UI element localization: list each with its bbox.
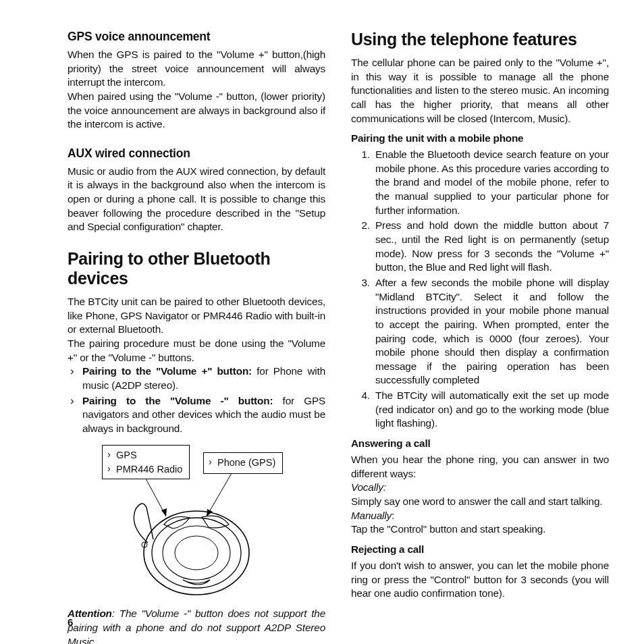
text-vocally: Simply say one word to answer the call a… (351, 495, 609, 509)
text-aux: Music or audio from the AUX wired connec… (68, 165, 325, 234)
figure-label-item: GPS (116, 448, 182, 462)
figure-wrap: GPS PMR446 Radio Phone (GPS) (68, 445, 325, 600)
pairing-steps: Enable the Bluetooth device search featu… (351, 148, 609, 431)
svg-point-4 (144, 511, 249, 595)
list-item: Pairing to the "Volume -" button: for GP… (82, 394, 325, 436)
text-pair-2: The pairing procedure must be done using… (68, 337, 325, 365)
text-telephone: The cellular phone can be paired only to… (351, 56, 609, 126)
heading-aux: AUX wired connection (68, 146, 325, 161)
list-item: After a few seconds the mobile phone wil… (373, 276, 609, 387)
list-item: Press and hold down the middle button ab… (373, 219, 609, 275)
figure-label-item: Phone (GPS) (217, 456, 275, 469)
text-pair-1: The BTCity unit can be paired to other B… (68, 295, 325, 337)
svg-point-5 (152, 518, 241, 588)
list-item: Pairing to the "Volume +" button: for Ph… (82, 365, 325, 392)
right-column: Using the telephone features The cellula… (351, 30, 609, 644)
pairing-list: Pairing to the "Volume +" button: for Ph… (68, 365, 325, 435)
svg-point-7 (175, 536, 218, 570)
text-gps-1: When the GPS is paired to the "Volume +"… (68, 48, 325, 90)
label-vocally: Vocally: (351, 481, 609, 495)
device-figure: GPS PMR446 Radio Phone (GPS) (102, 445, 291, 600)
heading-telephone: Using the telephone features (351, 30, 609, 49)
text-answer-intro: When you hear the phone ring, you can an… (351, 453, 609, 481)
list-item: Enable the Bluetooth device search featu… (373, 148, 609, 217)
figure-label-left: GPS PMR446 Radio (102, 445, 190, 479)
heading-reject: Rejecting a call (351, 543, 609, 556)
heading-pair-mobile: Pairing the unit with a mobile phone (351, 132, 609, 144)
svg-point-6 (163, 526, 230, 580)
text-manually: Tap the "Control" button and start speak… (351, 522, 609, 537)
left-column: GPS voice announcement When the GPS is p… (68, 30, 325, 644)
attention-note: Attention: The "Volume -" button does no… (68, 607, 325, 644)
page-columns: GPS voice announcement When the GPS is p… (68, 30, 609, 644)
heading-answer: Answering a call (351, 437, 609, 450)
list-item-bold: Pairing to the "Volume +" button: (82, 365, 252, 377)
figure-label-right: Phone (GPS) (203, 452, 283, 473)
text-reject: If you don't wish to answer, you can let… (351, 559, 609, 601)
list-item: The BTCity will automatically exit the s… (373, 389, 609, 431)
page-number: 6 (68, 616, 73, 628)
label-manually: Manually: (351, 509, 609, 523)
figure-label-item: PMR446 Radio (116, 462, 182, 476)
heading-gps: GPS voice announcement (68, 30, 325, 44)
label-manually-em: Manually (351, 510, 392, 521)
text-gps-2: When paired using the "Volume -" button,… (68, 90, 325, 132)
list-item-bold: Pairing to the "Volume -" button: (82, 395, 273, 406)
heading-pairing: Pairing to other Bluetooth devices (68, 249, 325, 288)
attention-bold: Attention (68, 608, 112, 619)
svg-line-2 (207, 470, 234, 516)
